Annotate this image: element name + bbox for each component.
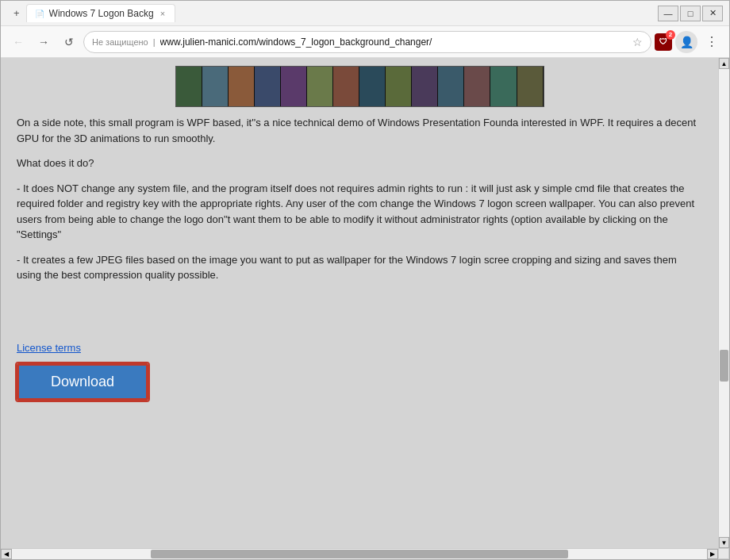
- separator: |: [153, 37, 156, 47]
- scrollbar-corner: [718, 548, 729, 559]
- section-title-text: What does it do?: [17, 155, 702, 171]
- strip-cell-6: [307, 67, 333, 106]
- scroll-thumb-v[interactable]: [720, 350, 728, 382]
- minimize-button[interactable]: —: [658, 6, 678, 21]
- scroll-track-h[interactable]: [12, 549, 707, 559]
- scroll-up-arrow[interactable]: ▲: [719, 58, 729, 69]
- bullet1-container: - It does NOT change any system file, an…: [17, 181, 702, 243]
- profile-icon: 👤: [680, 36, 694, 48]
- browser-window: + 📄 Windows 7 Logon Backg × — □ ✕ ← → ↺ …: [0, 0, 730, 560]
- scroll-left-arrow[interactable]: ◀: [1, 549, 12, 559]
- window-controls: — □ ✕: [658, 6, 723, 21]
- bullet1-text: - It does NOT change any system file, an…: [17, 181, 702, 243]
- spacer: [17, 293, 702, 340]
- content-area: On a side note, this small program is WP…: [1, 58, 729, 559]
- extension-badge: 2: [666, 30, 675, 40]
- scroll-thumb-h[interactable]: [151, 550, 568, 558]
- vertical-scrollbar[interactable]: ▲ ▼: [718, 58, 729, 548]
- strip-cell-13: [490, 67, 517, 106]
- horizontal-scrollbar[interactable]: ◀ ▶: [1, 548, 718, 559]
- para1-container: On a side note, this small program is WP…: [17, 115, 702, 146]
- strip-cell-12: [464, 67, 490, 106]
- strip-cell-11: [438, 67, 464, 106]
- maximize-button[interactable]: □: [680, 6, 701, 21]
- titlebar: + 📄 Windows 7 Logon Backg × — □ ✕: [1, 1, 729, 26]
- tab-favicon: 📄: [35, 10, 44, 18]
- new-tab-button[interactable]: +: [7, 4, 26, 22]
- tab-title: Windows 7 Logon Backg: [49, 8, 154, 19]
- strip-cell-8: [359, 67, 386, 106]
- strip-cell-9: [386, 67, 412, 106]
- download-button[interactable]: Download: [17, 363, 148, 401]
- security-label: Не защищено: [92, 37, 148, 47]
- addressbar: ← → ↺ Не защищено | www.julien-manici.co…: [1, 26, 729, 58]
- strip-cell-3: [229, 67, 255, 106]
- webpage-inner: On a side note, this small program is WP…: [1, 58, 718, 548]
- strip-cell-14: [517, 67, 544, 106]
- section-title-container: What does it do?: [17, 155, 702, 171]
- extension-icon[interactable]: 🛡 2: [655, 33, 672, 51]
- strip-cell-10: [412, 67, 438, 106]
- address-box[interactable]: Не защищено | www.julien-manici.com/wind…: [83, 31, 651, 53]
- forward-button[interactable]: →: [33, 31, 55, 53]
- screenshot-strip: [175, 66, 544, 107]
- license-link-container: License terms: [17, 340, 702, 363]
- webpage: On a side note, this small program is WP…: [1, 58, 729, 559]
- strip-cell-2: [202, 67, 229, 106]
- scroll-right-arrow[interactable]: ▶: [707, 549, 718, 559]
- strip-cell-7: [333, 67, 359, 106]
- bookmark-star-icon[interactable]: ☆: [632, 36, 643, 48]
- para1-text: On a side note, this small program is WP…: [17, 115, 702, 146]
- scroll-track-v[interactable]: [719, 69, 729, 537]
- bullet2-text: - It creates a few JPEG files based on t…: [17, 252, 702, 283]
- scroll-down-arrow[interactable]: ▼: [719, 537, 729, 548]
- profile-button[interactable]: 👤: [675, 31, 697, 53]
- license-terms-link[interactable]: License terms: [17, 342, 81, 354]
- close-button[interactable]: ✕: [702, 6, 723, 21]
- new-tab-icon: +: [13, 7, 20, 19]
- strip-cell-4: [255, 67, 281, 106]
- bullet2-container: - It creates a few JPEG files based on t…: [17, 252, 702, 283]
- back-button[interactable]: ←: [7, 31, 29, 53]
- extension-label: 🛡: [659, 37, 667, 46]
- url-text: www.julien-manici.com/windows_7_logon_ba…: [160, 36, 628, 48]
- refresh-button[interactable]: ↺: [58, 31, 80, 53]
- tab-close-button[interactable]: ×: [159, 9, 167, 18]
- strip-cell-1: [176, 67, 202, 106]
- active-tab[interactable]: 📄 Windows 7 Logon Backg ×: [26, 4, 176, 22]
- browser-menu-button[interactable]: ⋮: [701, 31, 723, 53]
- strip-cell-5: [281, 67, 307, 106]
